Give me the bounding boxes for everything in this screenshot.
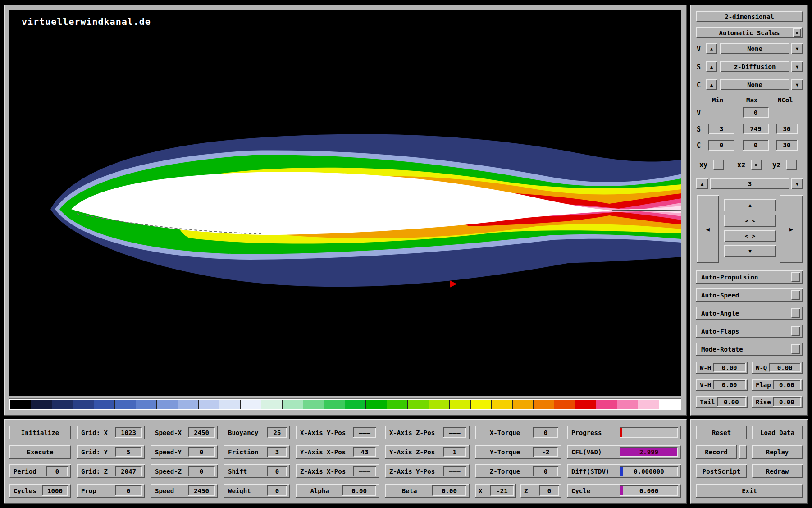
channel-c-select[interactable]: None xyxy=(720,79,789,90)
field-z-axis-x-pos: Z-Axis X-Pos ——— xyxy=(296,464,379,478)
pan-right-button[interactable]: ▶ xyxy=(780,195,803,263)
scale-c-ncol-field[interactable]: 30 xyxy=(776,140,798,151)
z-axis-y-pos-value[interactable]: ——— xyxy=(443,466,466,476)
automatic-scales-toggle[interactable] xyxy=(793,28,801,37)
field-x-torque: X-Torque 0 xyxy=(475,426,561,439)
auto-flaps-checkbox[interactable] xyxy=(791,326,800,336)
z-axis-x-pos-value[interactable]: ——— xyxy=(353,466,376,476)
field-progress: Progress xyxy=(567,426,681,439)
up-arrow-icon: ▲ xyxy=(710,64,713,69)
channel-row-s: S ▲ z-Diffusion ▼ xyxy=(691,61,807,73)
record-indicator[interactable] xyxy=(739,445,747,459)
buoyancy-value[interactable]: 25 xyxy=(267,427,287,438)
z-torque-value[interactable]: 0 xyxy=(533,466,558,476)
toggle-mode-rotate[interactable]: Mode-Rotate xyxy=(696,343,803,356)
zoom-out-icon: < > xyxy=(745,233,755,239)
x-torque-value[interactable]: 0 xyxy=(533,427,558,438)
pan-down-button[interactable]: ▼ xyxy=(724,245,776,257)
y-axis-z-pos-value[interactable]: 1 xyxy=(443,447,466,457)
scale-s-max-field[interactable]: 749 xyxy=(743,124,769,134)
pan-left-button[interactable]: ◀ xyxy=(697,195,719,263)
auto-propulsion-checkbox[interactable] xyxy=(791,272,800,282)
flap-value[interactable]: 0.00 xyxy=(773,380,801,389)
reset-button[interactable]: Reset xyxy=(696,426,747,439)
cycles-value[interactable]: 1000 xyxy=(42,485,68,496)
scale-v-max-field[interactable]: 0 xyxy=(743,107,769,118)
grid-z-value[interactable]: 2047 xyxy=(115,466,142,476)
toggle-auto-speed[interactable]: Auto-Speed xyxy=(696,288,803,302)
y-axis-x-pos-value[interactable]: 43 xyxy=(353,447,376,457)
grid-y-value[interactable]: 5 xyxy=(115,447,142,457)
up-arrow-icon: ▲ xyxy=(710,46,713,51)
z-position-value[interactable]: 0 xyxy=(539,485,559,496)
channel-c-down-button[interactable]: ▼ xyxy=(791,79,803,90)
page-title: virtuellerwindkanal.de xyxy=(22,16,151,27)
replay-button[interactable]: Replay xyxy=(752,445,803,459)
field-friction: Friction 3 xyxy=(224,445,290,459)
field-label: Friction xyxy=(227,449,267,456)
plane-xy-toggle[interactable] xyxy=(713,160,724,170)
zoom-in-button[interactable]: > < xyxy=(724,215,776,227)
execute-button[interactable]: Execute xyxy=(9,445,71,459)
y-torque-value[interactable]: -2 xyxy=(533,447,558,457)
scale-c-min-field[interactable]: 0 xyxy=(708,140,734,151)
alpha-value[interactable]: 0.00 xyxy=(342,485,376,496)
zoom-out-button[interactable]: < > xyxy=(724,230,776,242)
flow-viewport[interactable]: virtuellerwindkanal.de xyxy=(9,10,681,396)
w-q-value[interactable]: 0.00 xyxy=(769,363,801,372)
speed-y-value[interactable]: 0 xyxy=(188,447,215,457)
friction-value[interactable]: 3 xyxy=(267,447,287,457)
slice-value-field[interactable]: 3 xyxy=(710,178,789,189)
load-data-button[interactable]: Load Data xyxy=(752,426,803,439)
channel-v-up-button[interactable]: ▲ xyxy=(706,43,717,54)
w-h-value[interactable]: 0.00 xyxy=(713,363,746,372)
postscript-button[interactable]: PostScript xyxy=(696,464,747,478)
x-axis-y-pos-value[interactable]: ——— xyxy=(353,427,376,438)
prop-value[interactable]: 0 xyxy=(115,485,142,496)
channel-v-down-button[interactable]: ▼ xyxy=(791,43,803,54)
redraw-button[interactable]: Redraw xyxy=(752,464,803,478)
exit-button[interactable]: Exit xyxy=(696,484,803,498)
speed-x-value[interactable]: 2450 xyxy=(188,427,215,438)
toggle-label: Mode-Rotate xyxy=(701,346,743,353)
speed-value[interactable]: 2450 xyxy=(188,485,215,496)
beta-value[interactable]: 0.00 xyxy=(432,485,466,496)
period-value[interactable]: 0 xyxy=(46,466,68,476)
airfoil-contour-plot xyxy=(9,10,681,396)
toggle-auto-propulsion[interactable]: Auto-Propulsion xyxy=(696,270,803,284)
mode-rotate-checkbox[interactable] xyxy=(791,344,800,354)
channel-c-up-button[interactable]: ▲ xyxy=(706,79,717,90)
dimension-mode-button[interactable]: 2-dimensional xyxy=(696,11,803,22)
grid-x-value[interactable]: 1023 xyxy=(115,427,142,438)
channel-s-down-button[interactable]: ▼ xyxy=(791,61,803,72)
field-label: Speed-X xyxy=(154,429,188,436)
toggle-auto-flaps[interactable]: Auto-Flaps xyxy=(696,325,803,338)
initialize-button[interactable]: Initialize xyxy=(9,426,71,439)
shift-value[interactable]: 0 xyxy=(267,466,287,476)
speed-z-value[interactable]: 0 xyxy=(188,466,215,476)
plane-xz-toggle[interactable] xyxy=(751,160,762,170)
scale-s-min-field[interactable]: 3 xyxy=(708,124,734,134)
auto-angle-checkbox[interactable] xyxy=(791,308,800,318)
weight-value[interactable]: 0 xyxy=(267,485,287,496)
slice-down-button[interactable]: ▼ xyxy=(791,178,803,189)
plane-yz-toggle[interactable] xyxy=(786,160,797,170)
automatic-scales-button[interactable]: Automatic Scales xyxy=(696,27,803,38)
rise-value[interactable]: 0.00 xyxy=(773,397,801,407)
channel-v-select[interactable]: None xyxy=(720,43,789,54)
v-h-value[interactable]: 0.00 xyxy=(713,380,746,389)
tail-value[interactable]: 0.00 xyxy=(717,397,746,407)
toggle-auto-angle[interactable]: Auto-Angle xyxy=(696,307,803,320)
auto-speed-checkbox[interactable] xyxy=(791,290,800,300)
channel-s-select[interactable]: z-Diffusion xyxy=(720,61,789,72)
scale-c-max-field[interactable]: 0 xyxy=(743,140,769,151)
channel-row-c: C ▲ None ▼ xyxy=(691,79,807,91)
pan-up-button[interactable]: ▲ xyxy=(724,199,776,211)
x-position-value[interactable]: -21 xyxy=(490,485,514,496)
x-axis-z-pos-value[interactable]: ——— xyxy=(443,427,466,438)
channel-s-up-button[interactable]: ▲ xyxy=(706,61,717,72)
scale-s-ncol-field[interactable]: 30 xyxy=(776,124,798,134)
record-button[interactable]: Record xyxy=(696,445,737,459)
down-arrow-icon: ▼ xyxy=(796,82,799,87)
slice-up-button[interactable]: ▲ xyxy=(696,178,708,189)
